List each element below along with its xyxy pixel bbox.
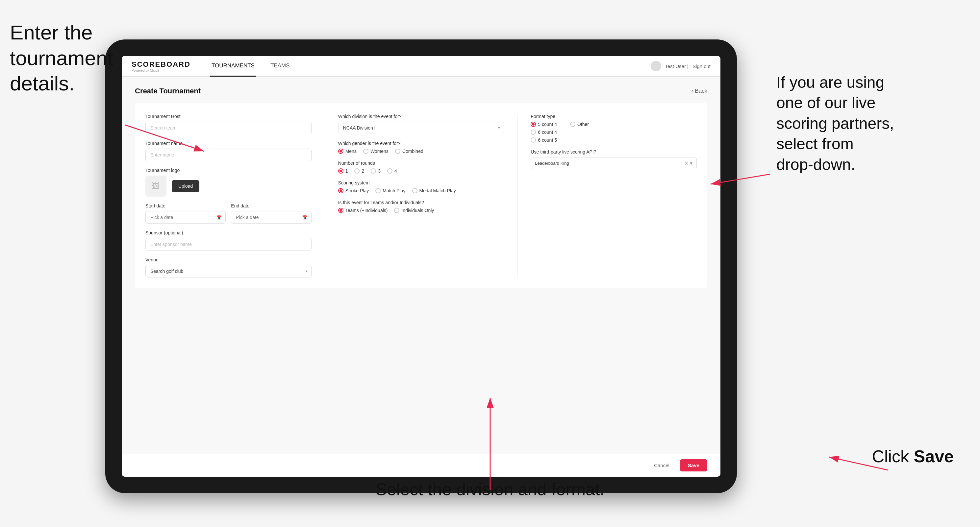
format-6count4-label: 6 count 4 — [538, 130, 557, 135]
radio-3 — [371, 168, 376, 174]
top-right-annotation: If you are usingone of our livescoring p… — [776, 72, 977, 175]
event-type-group: Is this event for Teams and/or Individua… — [338, 200, 504, 213]
api-label: Use third-party live scoring API? — [531, 149, 697, 154]
start-date-wrapper: 📅 — [145, 211, 226, 224]
tournament-host-group: Tournament Host — [145, 114, 312, 134]
start-date-group: Start date 📅 — [145, 203, 226, 224]
rounds-2-label: 2 — [361, 168, 364, 174]
scoring-match-option[interactable]: Match Play — [375, 188, 405, 193]
event-type-radio-group: Teams (+Individuals) Individuals Only — [338, 208, 504, 213]
event-teams-option[interactable]: Teams (+Individuals) — [338, 208, 388, 213]
event-individuals-label: Individuals Only — [401, 208, 434, 213]
page-title: Create Tournament — [135, 87, 200, 95]
sign-out-link[interactable]: Sign out — [692, 63, 711, 69]
radio-stroke — [338, 188, 344, 193]
tablet-frame: SCOREBOARD Powered by Clippit TOURNAMENT… — [105, 40, 737, 493]
scoring-group: Scoring system Stroke Play Match Play — [338, 180, 504, 193]
start-date-label: Start date — [145, 203, 226, 208]
left-column: Tournament Host Tournament name Tourname… — [145, 114, 312, 278]
divider-left — [325, 114, 325, 278]
scoring-stroke-label: Stroke Play — [345, 188, 369, 193]
api-group: Use third-party live scoring API? Leader… — [531, 149, 697, 169]
division-label: Which division is the event for? — [338, 114, 504, 119]
gender-combined-option[interactable]: Combined — [395, 149, 423, 154]
division-group: Which division is the event for? NCAA Di… — [338, 114, 504, 134]
nav-user: Test User | Sign out — [651, 61, 711, 71]
scoring-match-label: Match Play — [383, 188, 405, 193]
gender-group: Which gender is the event for? Mens Wome… — [338, 141, 504, 154]
sponsor-input[interactable] — [145, 238, 312, 251]
bottom-right-annotation: Click Save — [872, 446, 954, 468]
form-area: Tournament Host Tournament name Tourname… — [135, 103, 707, 288]
division-select-wrapper: NCAA Division I ▾ — [338, 122, 504, 134]
tab-teams[interactable]: TEAMS — [269, 56, 291, 76]
page-header: Create Tournament ‹ Back — [135, 87, 707, 95]
chevron-down-icon-division: ▾ — [498, 125, 500, 130]
top-left-annotation: Enter thetournamentdetails. — [10, 20, 113, 96]
save-button[interactable]: Save — [680, 459, 707, 471]
radio-1 — [338, 168, 344, 174]
format-other-option[interactable]: Other — [570, 122, 589, 127]
rounds-1-label: 1 — [345, 168, 348, 174]
cancel-button[interactable]: Cancel — [648, 459, 676, 471]
tab-tournaments[interactable]: TOURNAMENTS — [210, 56, 256, 76]
radio-4 — [387, 168, 393, 174]
format-5count4-option[interactable]: 5 count 4 — [531, 122, 557, 127]
format-other-label: Other — [578, 122, 589, 127]
venue-select[interactable]: Search golf club — [145, 265, 312, 278]
rounds-4-label: 4 — [395, 168, 397, 174]
nav-bar: SCOREBOARD Powered by Clippit TOURNAMENT… — [122, 56, 721, 77]
upload-button[interactable]: Upload — [172, 180, 199, 192]
end-date-group: End date 📅 — [231, 203, 311, 224]
start-date-input[interactable] — [145, 211, 226, 224]
radio-teams — [338, 208, 344, 213]
format-type-group: Format type 5 count 4 Other — [531, 114, 697, 143]
format-type-list: 5 count 4 Other 6 count 4 — [531, 122, 697, 143]
division-select[interactable]: NCAA Division I — [338, 122, 504, 134]
gender-combined-label: Combined — [402, 149, 423, 154]
scoring-medal-option[interactable]: Medal Match Play — [412, 188, 456, 193]
tournament-host-label: Tournament Host — [145, 114, 312, 119]
radio-match — [375, 188, 380, 193]
rounds-3-label: 3 — [378, 168, 380, 174]
event-teams-label: Teams (+Individuals) — [345, 208, 388, 213]
format-6count4-option[interactable]: 6 count 4 — [531, 130, 697, 135]
radio-2 — [354, 168, 360, 174]
tournament-name-input[interactable] — [145, 149, 312, 161]
calendar-icon-end: 📅 — [302, 215, 308, 220]
rounds-4-option[interactable]: 4 — [387, 168, 397, 174]
api-input[interactable]: Leaderboard King ✕ ▾ — [531, 157, 697, 169]
chevron-down-icon: ▾ — [305, 269, 308, 273]
radio-individuals — [394, 208, 399, 213]
image-icon: 🖼 — [152, 181, 160, 190]
tournament-logo-label: Tournament logo — [145, 168, 312, 173]
gender-radio-group: Mens Womens Combined — [338, 149, 504, 154]
rounds-2-option[interactable]: 2 — [354, 168, 364, 174]
gender-mens-option[interactable]: Mens — [338, 149, 356, 154]
rounds-1-option[interactable]: 1 — [338, 168, 348, 174]
radio-6count5 — [531, 137, 536, 143]
logo-subtitle: Powered by Clippit — [132, 69, 191, 72]
user-name: Test User | — [665, 63, 689, 69]
sponsor-label: Sponsor (optional) — [145, 230, 312, 235]
back-link[interactable]: ‹ Back — [692, 88, 707, 94]
scoring-stroke-option[interactable]: Stroke Play — [338, 188, 369, 193]
format-6count5-label: 6 count 5 — [538, 137, 557, 143]
format-6count5-option[interactable]: 6 count 5 — [531, 137, 697, 143]
gender-label: Which gender is the event for? — [338, 141, 504, 146]
rounds-group: Number of rounds 1 2 — [338, 160, 504, 174]
rounds-label: Number of rounds — [338, 160, 504, 166]
end-date-input[interactable] — [231, 211, 311, 224]
gender-womens-option[interactable]: Womens — [363, 149, 388, 154]
rounds-radio-group: 1 2 3 4 — [338, 168, 504, 174]
venue-label: Venue — [145, 257, 312, 262]
rounds-3-option[interactable]: 3 — [371, 168, 380, 174]
event-individuals-option[interactable]: Individuals Only — [394, 208, 434, 213]
api-close-icon[interactable]: ✕ ▾ — [684, 160, 692, 167]
tournament-host-input[interactable] — [145, 122, 312, 134]
middle-column: Which division is the event for? NCAA Di… — [338, 114, 504, 278]
nav-tabs: TOURNAMENTS TEAMS — [210, 56, 651, 76]
radio-5count4 — [531, 122, 536, 127]
avatar — [651, 61, 661, 71]
form-footer: Cancel Save — [122, 454, 721, 477]
